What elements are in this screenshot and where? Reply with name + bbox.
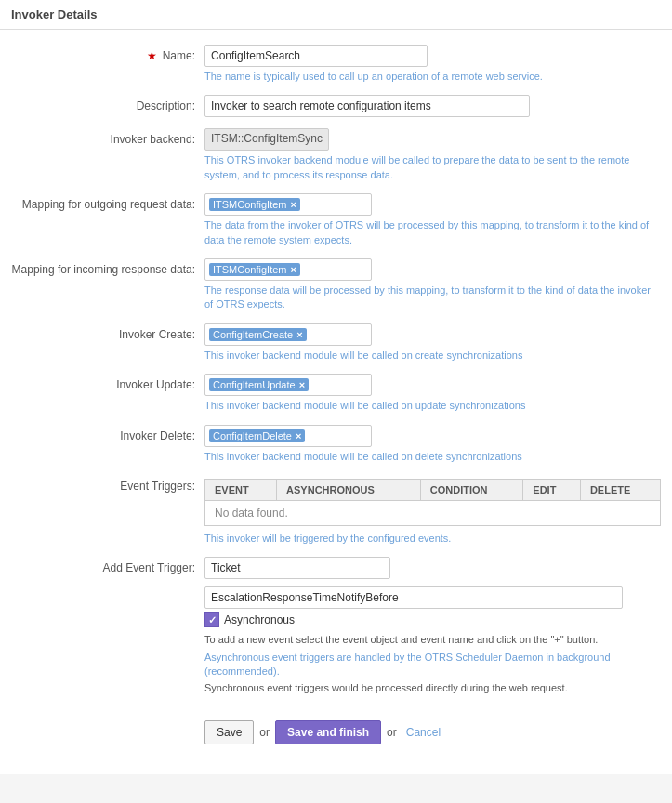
invoker-backend-hint: This OTRS invoker backend module will be…	[204, 153, 660, 182]
add-event-hint3: Synchronous event triggers would be proc…	[204, 681, 660, 695]
invoker-create-label: Invoker Create:	[0, 323, 204, 343]
event-name-input[interactable]	[204, 586, 623, 609]
invoker-delete-field: ConfigItemDelete × This invoker backend …	[204, 425, 661, 464]
invoker-update-tag: ConfigItemUpdate ×	[209, 378, 309, 391]
mapping-outgoing-tag: ITSMConfigItem ×	[209, 198, 300, 211]
invoker-delete-tag-input: ConfigItemDelete ×	[204, 425, 372, 447]
event-triggers-field: EVENT ASYNCHRONOUS CONDITION EDIT DELETE…	[204, 475, 661, 546]
asynchronous-checkbox[interactable]	[204, 612, 219, 627]
invoker-update-field: ConfigItemUpdate × This invoker backend …	[204, 374, 661, 413]
invoker-create-tag-remove[interactable]: ×	[296, 329, 302, 340]
add-event-hint1: To add a new event select the event obje…	[204, 633, 660, 647]
event-triggers-label: Event Triggers:	[0, 475, 204, 494]
save-finish-button[interactable]: Save and finish	[275, 720, 381, 744]
invoker-create-hint: This invoker backend module will be call…	[204, 349, 660, 362]
separator-or-2: or	[387, 726, 397, 739]
event-table-header-row: EVENT ASYNCHRONOUS CONDITION EDIT DELETE	[205, 479, 661, 500]
invoker-backend-field: ITSM::ConfigItemSync This OTRS invoker b…	[204, 128, 661, 182]
invoker-update-label: Invoker Update:	[0, 374, 204, 393]
asynchronous-label: Asynchronous	[224, 613, 295, 626]
mapping-incoming-row: Mapping for incoming response data: ITSM…	[0, 253, 672, 318]
event-object-input[interactable]	[204, 557, 390, 579]
event-trigger-hint: This invoker will be triggered by the co…	[204, 532, 660, 546]
name-hint: The name is typically used to call up an…	[204, 70, 660, 84]
mapping-incoming-field: ITSMConfigItem × The response data will …	[204, 258, 661, 312]
name-label: ★ Name:	[0, 45, 204, 64]
page-title: Invoker Details	[11, 7, 98, 21]
add-event-field: Asynchronous To add a new event select t…	[204, 557, 661, 696]
no-data-cell: No data found.	[205, 500, 661, 525]
save-button[interactable]: Save	[204, 720, 254, 744]
asynchronous-row: Asynchronous	[204, 612, 661, 627]
add-event-label: Add Event Trigger:	[0, 557, 204, 576]
invoker-create-tag-input: ConfigItemCreate ×	[204, 323, 372, 346]
mapping-outgoing-field: ITSMConfigItem × The data from the invok…	[204, 193, 661, 247]
invoker-create-field: ConfigItemCreate × This invoker backend …	[204, 323, 661, 362]
mapping-incoming-label: Mapping for incoming response data:	[0, 258, 204, 278]
mapping-outgoing-hint: The data from the invoker of OTRS will b…	[204, 218, 660, 247]
mapping-outgoing-row: Mapping for outgoing request data: ITSMC…	[0, 188, 672, 253]
mapping-outgoing-tag-input: ITSMConfigItem ×	[204, 193, 372, 216]
footer-buttons: Save or Save and finish or Cancel	[0, 709, 672, 756]
page-header: Invoker Details	[0, 0, 672, 30]
name-input[interactable]	[204, 45, 428, 67]
table-row: No data found.	[205, 500, 661, 525]
mapping-incoming-tag: ITSMConfigItem ×	[209, 263, 300, 276]
mapping-outgoing-tag-remove[interactable]: ×	[290, 199, 296, 210]
required-star: ★	[147, 49, 157, 62]
description-field	[204, 95, 661, 117]
invoker-create-tag: ConfigItemCreate ×	[209, 328, 307, 341]
col-event[interactable]: EVENT	[205, 479, 277, 500]
invoker-delete-hint: This invoker backend module will be call…	[204, 450, 660, 464]
invoker-backend-row: Invoker backend: ITSM::ConfigItemSync Th…	[0, 123, 672, 188]
mapping-incoming-hint: The response data will be processed by t…	[204, 283, 660, 312]
invoker-create-row: Invoker Create: ConfigItemCreate × This …	[0, 318, 672, 368]
description-input[interactable]	[204, 95, 530, 117]
invoker-update-tag-remove[interactable]: ×	[299, 379, 305, 390]
event-table: EVENT ASYNCHRONOUS CONDITION EDIT DELETE…	[204, 479, 661, 526]
invoker-backend-value: ITSM::ConfigItemSync	[204, 128, 329, 151]
mapping-outgoing-label: Mapping for outgoing request data:	[0, 193, 204, 213]
mapping-incoming-tag-remove[interactable]: ×	[290, 264, 296, 275]
invoker-update-row: Invoker Update: ConfigItemUpdate × This …	[0, 368, 672, 418]
description-label: Description:	[0, 95, 204, 114]
invoker-update-tag-input: ConfigItemUpdate ×	[204, 374, 372, 396]
invoker-delete-row: Invoker Delete: ConfigItemDelete × This …	[0, 419, 672, 469]
description-row: Description:	[0, 89, 672, 123]
invoker-update-hint: This invoker backend module will be call…	[204, 399, 660, 413]
invoker-delete-label: Invoker Delete:	[0, 425, 204, 444]
form-content: ★ Name: The name is typically used to ca…	[0, 30, 672, 774]
cancel-button[interactable]: Cancel	[402, 721, 444, 744]
event-triggers-section: Event Triggers: EVENT ASYNCHRONOUS CONDI…	[0, 469, 672, 551]
col-edit[interactable]: EDIT	[523, 479, 581, 500]
col-delete[interactable]: DELETE	[580, 479, 660, 500]
mapping-incoming-tag-input: ITSMConfigItem ×	[204, 258, 372, 281]
col-condition[interactable]: CONDITION	[420, 479, 523, 500]
add-event-section: Add Event Trigger: Asynchronous To add a…	[0, 551, 672, 702]
separator-or-1: or	[259, 726, 270, 739]
invoker-backend-label: Invoker backend:	[0, 128, 204, 148]
name-row: ★ Name: The name is typically used to ca…	[0, 39, 672, 89]
col-asynchronous[interactable]: ASYNCHRONOUS	[277, 479, 421, 500]
add-event-hint2: Asynchronous event triggers are handled …	[204, 651, 660, 679]
invoker-delete-tag-remove[interactable]: ×	[296, 430, 301, 441]
name-field: The name is typically used to call up an…	[204, 45, 661, 84]
invoker-delete-tag: ConfigItemDelete ×	[209, 429, 305, 442]
